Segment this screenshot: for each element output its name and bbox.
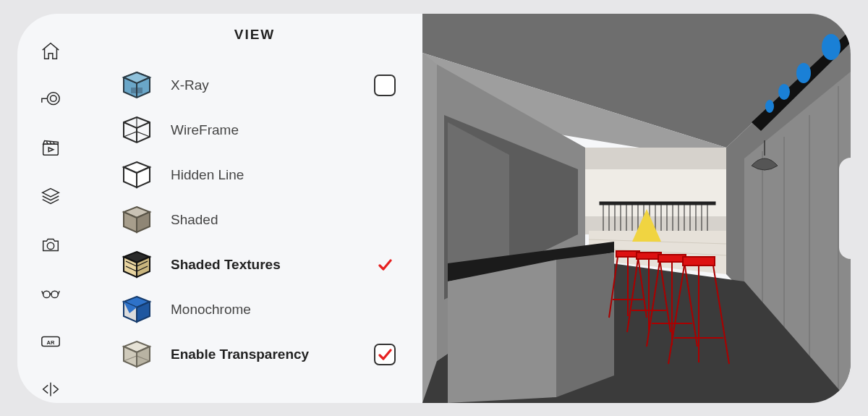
home-icon <box>40 41 61 62</box>
view-option-hidden-line[interactable]: Hidden Line <box>107 153 402 198</box>
svg-point-0 <box>47 92 59 104</box>
mirror-icon <box>40 378 61 400</box>
svg-point-3 <box>47 242 54 249</box>
view-option-label: Hidden Line <box>171 167 354 183</box>
model-viewport[interactable] <box>422 14 851 403</box>
svg-marker-11 <box>131 88 142 93</box>
svg-marker-70 <box>422 53 437 403</box>
svg-marker-98 <box>683 257 715 266</box>
view-option-label: WireFrame <box>171 122 354 138</box>
ar-icon: AR <box>40 330 61 352</box>
ar-button[interactable]: AR <box>36 328 65 355</box>
view-option-label: X-Ray <box>171 77 354 93</box>
xray-cube-icon <box>120 69 153 101</box>
svg-text:AR: AR <box>47 339 55 346</box>
monochrome-cube-icon <box>120 294 153 326</box>
svg-marker-88 <box>637 252 661 259</box>
toolbar-rail: AR <box>17 14 84 403</box>
camera-button[interactable] <box>36 232 65 258</box>
panel-title: VIEW <box>107 27 402 43</box>
svg-point-1 <box>51 95 56 101</box>
tape-measure-icon <box>40 89 61 111</box>
tape-measure-button[interactable] <box>36 86 65 113</box>
svg-marker-79 <box>448 260 556 403</box>
view-option-shaded-textures[interactable]: Shaded Textures <box>107 242 402 287</box>
check-icon <box>378 258 392 272</box>
view-option-monochrome[interactable]: Monochrome <box>107 287 402 332</box>
hidden-line-cube-icon <box>120 159 153 191</box>
view-option-label: Shaded Textures <box>171 257 354 273</box>
view-option-label: Enable Transparency <box>171 347 354 362</box>
shaded-cube-icon <box>120 204 153 236</box>
view-option-shaded[interactable]: Shaded <box>107 198 402 242</box>
xray-checkbox[interactable] <box>372 72 398 98</box>
view-option-xray[interactable]: X-Ray <box>107 63 402 108</box>
svg-point-69 <box>765 100 774 113</box>
clapperboard-icon <box>40 137 61 158</box>
scenes-button[interactable] <box>36 135 65 161</box>
home-button[interactable] <box>36 38 65 65</box>
selected-check <box>372 252 398 278</box>
svg-rect-2 <box>43 145 59 156</box>
camera-icon <box>40 234 61 255</box>
layers-icon <box>40 185 61 207</box>
svg-marker-80 <box>556 252 614 397</box>
svg-point-66 <box>822 34 841 60</box>
layers-button[interactable] <box>36 183 65 210</box>
wireframe-cube-icon <box>120 114 153 146</box>
view-option-enable-transparency[interactable]: Enable Transparency <box>107 332 402 377</box>
svg-point-68 <box>778 84 790 100</box>
svg-rect-39 <box>600 202 715 205</box>
svg-marker-93 <box>658 255 686 262</box>
view-option-label: Monochrome <box>171 302 354 318</box>
view-option-label: Shaded <box>171 212 354 228</box>
svg-point-5 <box>51 291 58 297</box>
device-frame: AR VIEW X-Ray <box>17 14 851 403</box>
transparency-cube-icon <box>120 339 153 370</box>
shaded-textures-cube-icon <box>120 249 153 281</box>
svg-point-67 <box>796 63 811 83</box>
transparency-checkbox[interactable] <box>372 341 398 368</box>
view-panel: VIEW X-Ray <box>84 14 422 403</box>
mirror-button[interactable] <box>36 376 65 403</box>
svg-point-4 <box>43 291 50 297</box>
view-option-wireframe[interactable]: WireFrame <box>107 108 402 153</box>
glasses-icon <box>40 282 61 304</box>
3d-scene <box>422 14 851 403</box>
check-icon <box>378 347 392 362</box>
styles-button[interactable] <box>36 279 65 306</box>
